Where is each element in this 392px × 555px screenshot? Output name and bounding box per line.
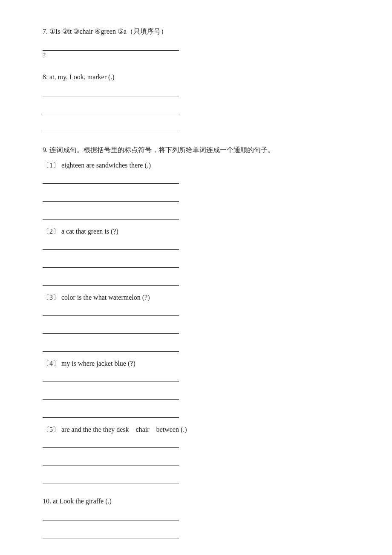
q9-sub4-title: 〔4〕 my is where jacket blue (?) [43, 358, 349, 370]
q9-sub3-line-3[interactable] [43, 342, 179, 352]
q9-sub1: 〔1〕 eighteen are sandwiches there (.) [43, 159, 349, 220]
q10-text: at Look the giraffe (.) [53, 497, 112, 505]
q7-answer-line[interactable] [43, 41, 179, 51]
q9-sub3-answer-area [43, 306, 349, 352]
q9-instruction: 连词成句。根据括号里的标点符号，将下列所给单词连成一个通顺的句子。 [49, 146, 274, 153]
question-9: 9. 连词成句。根据括号里的标点符号，将下列所给单词连成一个通顺的句子。 〔1〕… [43, 144, 349, 484]
q7-label: 7. [43, 28, 48, 35]
q10-answer-area [43, 511, 349, 555]
q9-sub2-line-2[interactable] [43, 258, 179, 268]
q7-title: 7. ①Is ②it ③chair ④green ⑤a（只填序号） [43, 26, 349, 38]
q9-title: 9. 连词成句。根据括号里的标点符号，将下列所给单词连成一个通顺的句子。 [43, 144, 349, 156]
q9-sub1-answer-area [43, 174, 349, 220]
q8-answer-area [43, 87, 349, 132]
q9-sub4-answer-area [43, 373, 349, 418]
q9-sub5-title: 〔5〕 are and the the they desk chair betw… [43, 424, 349, 436]
q9-sub3: 〔3〕 color is the what watermelon (?) [43, 292, 349, 352]
q9-sub1-num: 〔1〕 [43, 162, 60, 169]
q10-line-1[interactable] [43, 511, 179, 520]
q9-sub5-num: 〔5〕 [43, 426, 60, 433]
question-7: 7. ①Is ②it ③chair ④green ⑤a（只填序号） ? [43, 26, 349, 59]
q9-sub2-line-3[interactable] [43, 276, 179, 286]
q9-sub5-line-2[interactable] [43, 456, 179, 465]
q7-text: ①Is ②it ③chair ④green ⑤a（只填序号） [49, 28, 167, 35]
q10-label: 10. [43, 497, 51, 505]
q9-sub4-line-3[interactable] [43, 408, 179, 418]
q9-sub1-title: 〔1〕 eighteen are sandwiches there (.) [43, 159, 349, 172]
q9-sub2: 〔2〕 a cat that green is (?) [43, 225, 349, 286]
q9-sub4-num: 〔4〕 [43, 360, 60, 367]
question-10: 10. at Look the giraffe (.) [43, 495, 349, 555]
q9-sub5-text: are and the the they desk chair between … [61, 426, 187, 433]
q9-sub2-text: a cat that green is (?) [61, 228, 118, 235]
q9-sub1-line-1[interactable] [43, 174, 179, 184]
q10-line-3[interactable] [43, 547, 179, 555]
q9-sub3-line-1[interactable] [43, 306, 179, 316]
q9-sub2-num: 〔2〕 [43, 228, 60, 235]
q8-label: 8. [43, 73, 48, 81]
q8-text: at, my, Look, marker (.) [49, 73, 115, 81]
q7-suffix: ? [43, 52, 46, 59]
q9-sub5: 〔5〕 are and the the they desk chair betw… [43, 424, 349, 484]
q9-sub3-num: 〔3〕 [43, 294, 60, 301]
q8-answer-line-1[interactable] [43, 87, 179, 96]
q9-sub1-text: eighteen are sandwiches there (.) [61, 162, 151, 169]
question-8: 8. at, my, Look, marker (.) [43, 71, 349, 132]
q8-answer-line-3[interactable] [43, 123, 179, 132]
q9-sub3-text: color is the what watermelon (?) [61, 294, 150, 301]
q9-sub2-answer-area [43, 240, 349, 286]
q9-sub4: 〔4〕 my is where jacket blue (?) [43, 358, 349, 418]
q9-sub2-line-1[interactable] [43, 240, 179, 250]
q9-sub1-line-2[interactable] [43, 192, 179, 202]
q8-answer-line-2[interactable] [43, 105, 179, 114]
q9-sub4-line-2[interactable] [43, 390, 179, 400]
q9-sub5-line-1[interactable] [43, 438, 179, 448]
q9-sub3-line-2[interactable] [43, 324, 179, 334]
q9-sub2-title: 〔2〕 a cat that green is (?) [43, 225, 349, 238]
q9-label: 9. [43, 146, 48, 153]
q9-sub4-line-1[interactable] [43, 373, 179, 382]
q9-sub3-title: 〔3〕 color is the what watermelon (?) [43, 292, 349, 304]
q10-title: 10. at Look the giraffe (.) [43, 495, 349, 508]
q7-answer-area: ? [43, 41, 349, 59]
q10-line-2[interactable] [43, 529, 179, 538]
q9-sub4-text: my is where jacket blue (?) [61, 360, 135, 367]
q9-sub5-line-3[interactable] [43, 474, 179, 483]
q9-sub5-answer-area [43, 438, 349, 483]
q8-title: 8. at, my, Look, marker (.) [43, 71, 349, 84]
q9-sub1-line-3[interactable] [43, 210, 179, 220]
